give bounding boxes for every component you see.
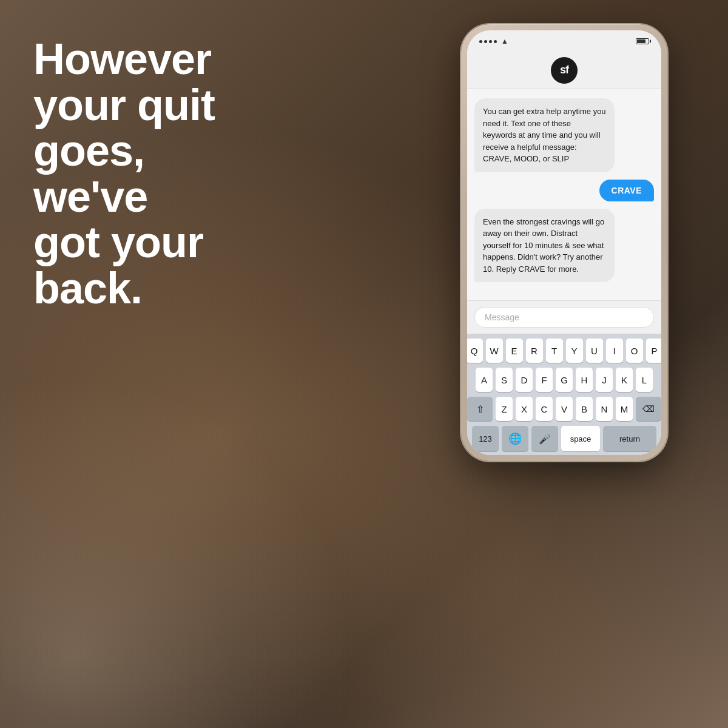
key-J[interactable]: J xyxy=(596,368,613,392)
key-R[interactable]: R xyxy=(526,339,543,363)
battery-icon xyxy=(636,38,649,44)
message-bubble-incoming-2: Even the strongest cravings will go away… xyxy=(474,209,615,283)
message-bubble-outgoing-1: CRAVE xyxy=(599,180,654,201)
key-shift[interactable]: ⇧ xyxy=(467,397,493,421)
phone-body: ▲ sf You can get extra help anytime you … xyxy=(461,24,667,461)
key-K[interactable]: K xyxy=(616,368,633,392)
chat-area: You can get extra help anytime you need … xyxy=(467,89,661,300)
key-A[interactable]: A xyxy=(476,368,493,392)
key-N[interactable]: N xyxy=(596,397,613,421)
keyboard-row-1: Q W E R T Y U I O P xyxy=(470,339,659,363)
key-P[interactable]: P xyxy=(646,339,662,363)
key-D[interactable]: D xyxy=(516,368,533,392)
keyboard-row-3: ⇧ Z X C V B N M ⌫ xyxy=(470,397,659,421)
keyboard-row-4: 123 🌐 🎤 space return xyxy=(470,426,659,451)
key-F[interactable]: F xyxy=(536,368,553,392)
key-I[interactable]: I xyxy=(606,339,623,363)
key-globe[interactable]: 🌐 xyxy=(502,426,528,451)
app-logo: sf xyxy=(551,57,578,84)
key-return[interactable]: return xyxy=(603,426,656,451)
key-S[interactable]: S xyxy=(496,368,513,392)
status-bar: ▲ xyxy=(467,30,661,52)
message-input[interactable]: Message xyxy=(474,307,654,328)
key-O[interactable]: O xyxy=(626,339,643,363)
key-C[interactable]: C xyxy=(536,397,553,421)
wifi-icon: ▲ xyxy=(501,37,508,46)
key-V[interactable]: V xyxy=(556,397,573,421)
key-W[interactable]: W xyxy=(486,339,503,363)
key-U[interactable]: U xyxy=(586,339,603,363)
key-G[interactable]: G xyxy=(556,368,573,392)
key-Q[interactable]: Q xyxy=(467,339,483,363)
signal-dots xyxy=(479,40,497,43)
key-L[interactable]: L xyxy=(636,368,653,392)
keyboard-row-2: A S D F G H J K L xyxy=(470,368,659,392)
key-mic[interactable]: 🎤 xyxy=(531,426,558,451)
headline-text: However your quit goes, we've got your b… xyxy=(33,36,270,312)
message-input-area: Message xyxy=(467,300,661,334)
key-E[interactable]: E xyxy=(506,339,523,363)
app-header: sf xyxy=(467,52,661,89)
key-X[interactable]: X xyxy=(516,397,533,421)
key-M[interactable]: M xyxy=(616,397,633,421)
key-space[interactable]: space xyxy=(561,426,600,451)
message-bubble-incoming-1: You can get extra help anytime you need … xyxy=(474,98,615,172)
phone-mockup: ▲ sf You can get extra help anytime you … xyxy=(437,24,692,546)
key-Y[interactable]: Y xyxy=(566,339,583,363)
key-B[interactable]: B xyxy=(576,397,593,421)
key-delete[interactable]: ⌫ xyxy=(636,397,661,421)
key-T[interactable]: T xyxy=(546,339,563,363)
keyboard: Q W E R T Y U I O P A S xyxy=(467,334,661,455)
key-H[interactable]: H xyxy=(576,368,593,392)
key-Z[interactable]: Z xyxy=(496,397,513,421)
key-123[interactable]: 123 xyxy=(472,426,499,451)
phone-screen: ▲ sf You can get extra help anytime you … xyxy=(467,30,661,455)
